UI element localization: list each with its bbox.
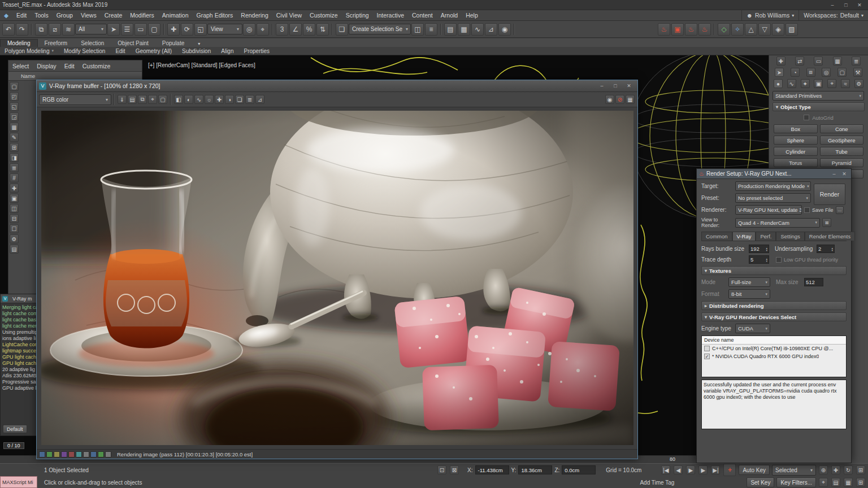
menu-group[interactable]: Group	[53, 11, 77, 20]
explorer-display-icon[interactable]: ▢	[10, 82, 19, 91]
explorer-display-icon[interactable]: ☐	[10, 224, 19, 233]
toolbar-extra-icon[interactable]: ▽	[758, 23, 771, 36]
use-pivot-center-icon[interactable]: ◎	[243, 23, 255, 36]
display-tab-icon[interactable]: ▢	[837, 68, 847, 77]
app-menu-icon[interactable]: ◆	[0, 11, 12, 20]
ribbon-tab-modeling[interactable]: Modeling	[0, 39, 38, 47]
explorer-display-icon[interactable]: ▦	[10, 123, 19, 132]
menu-scripting[interactable]: Scripting	[342, 11, 373, 20]
sphere-button[interactable]: Sphere	[774, 136, 818, 145]
device-row-cpu[interactable]: C++/CPU on Intel(R) Core(TM) i9-10980XE …	[702, 345, 846, 352]
ribbon-tab-object-paint[interactable]: Object Paint	[111, 40, 155, 47]
ribbon-tab-freeform[interactable]: Freeform	[38, 40, 75, 47]
add-icon[interactable]: ✚	[776, 56, 785, 66]
object-type-rollout[interactable]: ▾ Object Type	[772, 102, 865, 111]
vfb-white-balance-icon[interactable]: ◐	[184, 95, 193, 104]
rendered-frame-window-icon[interactable]: ▣	[671, 23, 684, 36]
menu-tools[interactable]: Tools	[31, 11, 53, 20]
menu-views[interactable]: Views	[77, 11, 101, 20]
rays-bundle-field[interactable]: 192 ▴▾	[749, 245, 769, 253]
toolbar-extra-icon[interactable]: ◇	[718, 23, 730, 36]
helpers-category-icon[interactable]: ⌖	[827, 79, 836, 88]
vfb-load-image-icon[interactable]: ▤	[128, 95, 137, 104]
view-to-render-dropdown[interactable]: Quad 4 - RenderCam ▾	[735, 218, 820, 228]
explorer-display-icon[interactable]: ◲	[10, 112, 19, 121]
cameras-category-icon[interactable]: ▣	[814, 79, 823, 88]
ribbon-toggle-icon[interactable]: ▦	[458, 23, 470, 36]
menu-interactive[interactable]: Interactive	[373, 11, 408, 20]
save-file-checkbox[interactable]	[804, 207, 810, 213]
select-scale-icon[interactable]: ◱	[194, 23, 207, 36]
vfb-titlebar[interactable]: V V-Ray frame buffer - [100% of 1280 x 7…	[37, 80, 637, 92]
primitive-category-dropdown[interactable]: Standard Primitives ▾	[772, 91, 864, 101]
vfb-mini-icon[interactable]	[61, 451, 67, 457]
tab-settings[interactable]: Settings	[776, 232, 804, 241]
tube-button[interactable]: Tube	[820, 147, 864, 156]
distributed-rendering-rollout[interactable]: ▸ Distributed rendering	[701, 301, 847, 310]
set-key-button[interactable]: Set Key	[747, 477, 774, 487]
vfb-maximize-icon[interactable]: □	[609, 82, 622, 90]
vfb-channel-dropdown[interactable]: RGB color ▾	[39, 94, 111, 105]
ribbon-tab-selection[interactable]: Selection	[74, 40, 111, 47]
ribbon-section-geometry-all[interactable]: Geometry (All)	[131, 48, 176, 54]
edit-named-selection-sets-icon[interactable]: ❏	[336, 23, 348, 36]
explorer-display-icon[interactable]: ✚	[10, 184, 19, 193]
vfb-track-mouse-icon[interactable]: ⌖	[148, 95, 157, 104]
explorer-menu-select[interactable]: Select	[8, 62, 33, 71]
layers-toggle-icon[interactable]: ▤	[831, 478, 840, 487]
render-setup-icon[interactable]: ♨	[658, 23, 670, 36]
vfb-mini-icon[interactable]	[46, 451, 53, 457]
selection-filter-dropdown[interactable]: All ▾	[75, 24, 107, 34]
isolate-selection-icon[interactable]: ⊡	[437, 465, 446, 474]
select-manipulate-icon[interactable]: ⌖	[257, 23, 269, 36]
explorer-display-icon[interactable]: ◫	[10, 204, 19, 213]
vfb-hue-icon[interactable]: ◑	[225, 95, 234, 104]
explorer-display-icon[interactable]: ⊟	[10, 214, 19, 223]
cylinder-button[interactable]: Cylinder	[774, 147, 818, 156]
select-link-icon[interactable]: ⧉	[35, 23, 47, 36]
orbit-view-icon[interactable]: ↻	[844, 465, 853, 474]
explorer-display-icon[interactable]: ◨	[10, 153, 19, 162]
unlink-selection-icon[interactable]: ⧄	[49, 23, 61, 36]
render-production-icon[interactable]: ♨	[685, 23, 697, 36]
undersampling-field[interactable]: 2 ▴▾	[817, 245, 835, 253]
selection-set-key-dropdown[interactable]: Selected ▾	[772, 465, 816, 476]
lock-view-icon[interactable]: ⊠	[822, 218, 831, 227]
render-button[interactable]: Render	[814, 184, 845, 205]
vfb-close-icon[interactable]: ✕	[623, 82, 635, 90]
dialog-minimize-icon[interactable]: –	[830, 170, 839, 178]
explorer-display-icon[interactable]: ◰	[10, 92, 19, 101]
spacewarps-category-icon[interactable]: ≈	[841, 79, 850, 88]
tab-common[interactable]: Common	[701, 232, 732, 241]
maximize-viewport-icon[interactable]: ⊞	[856, 465, 865, 474]
engine-type-dropdown[interactable]: CUDA ▾	[735, 324, 770, 333]
lock-selection-icon[interactable]: ⊠	[450, 465, 459, 474]
toolbar-extra-icon[interactable]: ✧	[731, 23, 744, 36]
vfb-history-icon[interactable]: ≣	[245, 95, 254, 104]
menu-create[interactable]: Create	[101, 11, 127, 20]
select-object-icon[interactable]: ➤	[107, 23, 120, 36]
menu-icon[interactable]: ≣	[852, 56, 861, 66]
mirror-icon[interactable]: ◫	[411, 23, 424, 36]
explorer-display-icon[interactable]: ≣	[10, 163, 19, 172]
select-by-name-icon[interactable]: ☰	[121, 23, 133, 36]
set-keys-icon[interactable]: +	[723, 464, 736, 476]
vfb-mini-icon[interactable]	[98, 451, 104, 457]
vfb-mini-icon[interactable]	[76, 451, 82, 457]
tab-vray[interactable]: V-Ray	[732, 232, 756, 241]
hierarchy-tab-icon[interactable]: ⧈	[806, 68, 815, 77]
menu-customize[interactable]: Customize	[306, 11, 342, 20]
ribbon-section-properties[interactable]: Properties	[239, 48, 274, 54]
vfb-color-correct-icon[interactable]: ✚	[215, 95, 224, 104]
menu-help[interactable]: Help	[462, 11, 482, 20]
time-slider-counter[interactable]: 0 / 10	[3, 442, 24, 449]
explorer-display-icon[interactable]: ✎	[10, 133, 19, 142]
dialog-close-icon[interactable]: ✕	[840, 170, 849, 178]
y-coordinate-field[interactable]: 18.36cm	[518, 465, 552, 474]
torus-button[interactable]: Torus	[774, 158, 818, 167]
low-gpu-priority-checkbox[interactable]	[776, 257, 782, 263]
ribbon-section-align[interactable]: Align	[216, 48, 238, 54]
ribbon-tab-populate[interactable]: Populate	[155, 40, 191, 47]
menu-modifiers[interactable]: Modifiers	[126, 11, 158, 20]
preset-dropdown[interactable]: No preset selected ▾	[735, 193, 811, 203]
